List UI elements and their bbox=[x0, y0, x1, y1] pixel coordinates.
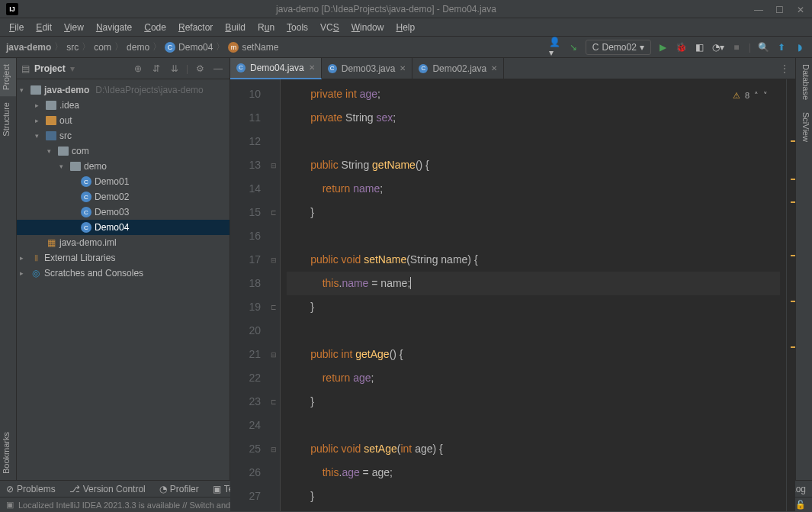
expand-all-icon[interactable]: ⇵ bbox=[149, 62, 163, 76]
project-panel: ▤ Project ▾ ⊕ ⇵ ⇊ | ⚙ — ▾java-demoD:\Ide… bbox=[17, 58, 230, 480]
readonly-icon[interactable]: 🔓 bbox=[795, 500, 806, 510]
titlebar: IJ java-demo [D:\IdeaProjects\java-demo]… bbox=[0, 0, 812, 18]
menubar: FFileile Edit View Navigate Code Refacto… bbox=[0, 18, 812, 37]
tab-demo02[interactable]: CDemo02.java✕ bbox=[412, 58, 504, 79]
menu-edit[interactable]: Edit bbox=[30, 22, 58, 33]
tree-out[interactable]: ▸out bbox=[17, 113, 229, 128]
maximize-icon[interactable]: ☐ bbox=[775, 5, 785, 14]
ide-settings-icon[interactable]: ◗ bbox=[794, 41, 806, 53]
stop-icon[interactable]: ■ bbox=[730, 41, 743, 53]
tool-vcs[interactable]: ⎇Version Control bbox=[69, 484, 146, 494]
collapse-all-icon[interactable]: ⇊ bbox=[168, 62, 181, 76]
tool-profiler[interactable]: ◔Profiler bbox=[159, 484, 199, 494]
tree-idea[interactable]: ▸.idea bbox=[17, 98, 229, 113]
tab-demo04[interactable]: CDemo04.java✕ bbox=[230, 58, 322, 79]
menu-navigate[interactable]: Navigate bbox=[90, 22, 138, 33]
breadcrumb-src[interactable]: src bbox=[66, 42, 79, 53]
left-tool-strip: Project Structure Bookmarks bbox=[0, 58, 17, 480]
fold-icon[interactable]: ⊟ bbox=[267, 153, 280, 177]
minimize-icon[interactable]: — bbox=[754, 5, 763, 14]
tab-close-icon[interactable]: ✕ bbox=[309, 63, 315, 72]
warning-icon: ⚠ bbox=[733, 84, 740, 108]
tree-root[interactable]: ▾java-demoD:\IdeaProjects\java-demo bbox=[17, 82, 229, 98]
menu-run[interactable]: Run bbox=[252, 22, 281, 33]
tree-demo03[interactable]: CDemo03 bbox=[17, 204, 229, 220]
tree-demo04[interactable]: CDemo04 bbox=[17, 220, 229, 235]
close-icon[interactable]: ✕ bbox=[797, 5, 806, 14]
class-icon: C bbox=[165, 42, 175, 53]
menu-build[interactable]: Build bbox=[219, 22, 252, 33]
menu-file[interactable]: FFileile bbox=[3, 22, 30, 33]
tree-src[interactable]: ▾src bbox=[17, 128, 229, 143]
tool-structure[interactable]: Structure bbox=[0, 96, 16, 143]
tool-problems[interactable]: ⊘Problems bbox=[6, 484, 56, 494]
select-opened-icon[interactable]: ⊕ bbox=[131, 62, 145, 76]
next-highlight-icon[interactable]: ˅ bbox=[763, 84, 768, 108]
fold-icon[interactable]: ⊟ bbox=[267, 437, 280, 461]
fold-gutter: ⊟⊏ ⊟⊏ ⊟⊏ ⊟ bbox=[267, 79, 281, 511]
menu-window[interactable]: Window bbox=[345, 22, 390, 33]
build-hammer-icon[interactable]: ↘ bbox=[567, 41, 579, 53]
code-editor[interactable]: private int age; private String sex; pub… bbox=[281, 79, 786, 511]
tool-bookmarks[interactable]: Bookmarks bbox=[0, 426, 16, 480]
windows-icon[interactable]: ▣ bbox=[6, 500, 14, 510]
breadcrumb: java-demo 〉 src 〉 com 〉 demo 〉 C Demo04 … bbox=[6, 40, 278, 53]
method-icon: m bbox=[228, 42, 239, 53]
tree-demo02[interactable]: CDemo02 bbox=[17, 189, 229, 204]
menu-vcs[interactable]: VCS bbox=[314, 22, 345, 33]
tree-iml[interactable]: ▦java-demo.iml bbox=[17, 235, 229, 250]
gear-icon[interactable]: ⚙ bbox=[193, 62, 207, 76]
menu-code[interactable]: Code bbox=[138, 22, 172, 33]
chevron-down-icon: ▾ bbox=[640, 42, 644, 53]
menu-tools[interactable]: Tools bbox=[281, 22, 314, 33]
run-config-label: Demo02 bbox=[602, 42, 637, 53]
error-stripe[interactable] bbox=[786, 79, 795, 511]
tree-com[interactable]: ▾com bbox=[17, 143, 229, 159]
breadcrumb-root[interactable]: java-demo bbox=[6, 42, 51, 53]
tab-close-icon[interactable]: ✕ bbox=[400, 64, 406, 72]
right-tool-strip: Database SciView bbox=[795, 58, 812, 480]
fold-end-icon[interactable]: ⊏ bbox=[267, 295, 280, 319]
tree-scratches[interactable]: ▸◎Scratches and Consoles bbox=[17, 266, 229, 281]
search-icon[interactable]: 🔍 bbox=[757, 41, 769, 53]
profile-icon[interactable]: ◔▾ bbox=[712, 41, 724, 53]
breadcrumb-com[interactable]: com bbox=[94, 42, 111, 53]
user-icon[interactable]: 👤▾ bbox=[549, 41, 561, 53]
menu-view[interactable]: View bbox=[58, 22, 90, 33]
tab-demo03[interactable]: CDemo03.java✕ bbox=[322, 58, 413, 79]
breadcrumb-demo[interactable]: demo bbox=[127, 42, 149, 53]
inspection-widget[interactable]: ⚠ 8 ˄ ˅ bbox=[733, 84, 768, 108]
hide-panel-icon[interactable]: — bbox=[211, 62, 225, 76]
update-icon[interactable]: ⬆ bbox=[775, 41, 788, 53]
fold-icon[interactable]: ⊟ bbox=[267, 248, 280, 272]
profiler-icon: ◔ bbox=[159, 484, 167, 494]
prev-highlight-icon[interactable]: ˄ bbox=[754, 84, 759, 108]
chevron-down-icon[interactable]: ▾ bbox=[70, 63, 75, 74]
text-cursor bbox=[410, 277, 411, 289]
window-title: java-demo [D:\IdeaProjects\java-demo] - … bbox=[18, 4, 754, 14]
breadcrumb-class[interactable]: Demo04 bbox=[178, 42, 213, 53]
menu-refactor[interactable]: Refactor bbox=[172, 22, 219, 33]
warning-count: 8 bbox=[745, 84, 749, 108]
line-number-gutter: 101112 131415 161718 192021 222324 25262… bbox=[230, 79, 267, 511]
tab-close-icon[interactable]: ✕ bbox=[491, 64, 497, 72]
tree-external-libs[interactable]: ▸⫴External Libraries bbox=[17, 250, 229, 266]
tool-project[interactable]: Project bbox=[0, 58, 16, 96]
debug-icon[interactable]: 🐞 bbox=[676, 41, 688, 53]
fold-end-icon[interactable]: ⊏ bbox=[267, 390, 280, 414]
breadcrumb-method[interactable]: setName bbox=[242, 42, 278, 53]
project-tree: ▾java-demoD:\IdeaProjects\java-demo ▸.id… bbox=[17, 79, 229, 284]
tab-menu-icon[interactable]: ⋮ bbox=[774, 63, 795, 74]
panel-title: Project bbox=[34, 63, 66, 74]
navigation-bar: java-demo 〉 src 〉 com 〉 demo 〉 C Demo04 … bbox=[0, 37, 812, 58]
tool-sciview[interactable]: SciView bbox=[796, 106, 812, 148]
coverage-icon[interactable]: ◧ bbox=[694, 41, 706, 53]
run-icon[interactable]: ▶ bbox=[657, 41, 669, 53]
run-config-selector[interactable]: C Demo02 ▾ bbox=[586, 40, 651, 55]
menu-help[interactable]: Help bbox=[390, 22, 421, 33]
fold-end-icon[interactable]: ⊏ bbox=[267, 201, 280, 224]
tree-demo01[interactable]: CDemo01 bbox=[17, 174, 229, 189]
tree-demo[interactable]: ▾demo bbox=[17, 159, 229, 174]
tool-database[interactable]: Database bbox=[796, 58, 812, 106]
fold-icon[interactable]: ⊟ bbox=[267, 343, 280, 366]
